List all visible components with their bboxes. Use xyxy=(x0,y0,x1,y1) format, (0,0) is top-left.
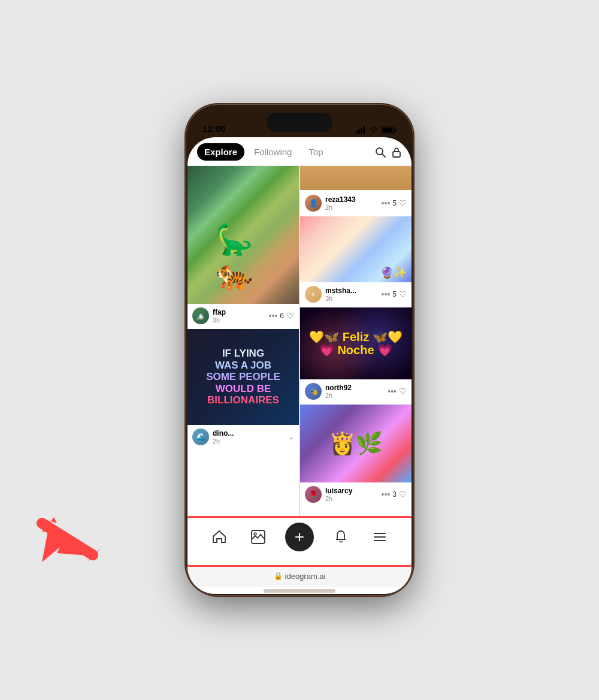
post-meta-luis: 🌹 luisarcy 2h ••• 3 ♡ xyxy=(300,482,412,506)
more-options-mst[interactable]: ••• xyxy=(382,289,391,299)
avatar-mst[interactable]: S xyxy=(305,286,322,303)
post-card-crystal: S mstsha... 3h ••• 5 ♡ xyxy=(300,216,412,306)
crystal-image[interactable] xyxy=(300,216,412,282)
browser-url: ideogram.ai xyxy=(285,572,326,581)
collapse-chevron[interactable]: ⌄ xyxy=(288,433,294,441)
feliz-text: 💛🦋 Feliz 🦋💛 💗 Noche 💗 xyxy=(309,330,403,357)
signal-icon xyxy=(356,126,366,134)
post-card-lying: IF LYINGWAS A JOBSOME PEOPLEWOULD BEBILL… xyxy=(187,329,299,449)
like-count-ffap: 6 xyxy=(280,312,284,320)
gallery-button[interactable] xyxy=(246,524,271,550)
woman-image[interactable] xyxy=(300,405,412,482)
svg-rect-8 xyxy=(395,129,397,132)
time-ffap: 3h xyxy=(213,316,265,324)
search-icon[interactable] xyxy=(374,146,386,158)
right-column: 👤 reza1343 2h ••• 5 ♡ xyxy=(300,166,412,517)
time-mst: 3h xyxy=(325,295,378,302)
text-post-lying[interactable]: IF LYINGWAS A JOBSOME PEOPLEWOULD BEBILL… xyxy=(187,329,299,425)
avatar-luis[interactable]: 🌹 xyxy=(305,486,322,503)
post-meta-mst: S mstsha... 3h ••• 5 ♡ xyxy=(300,282,412,306)
username-north: north92 xyxy=(325,384,384,392)
post-card-dino: 🏔️ ffap 3h ••• 6 ♡ xyxy=(187,166,299,328)
bell-icon xyxy=(333,529,349,545)
avatar-reza[interactable]: 👤 xyxy=(305,195,322,212)
dino-image[interactable] xyxy=(187,166,299,304)
meta-actions-luis: ••• 3 ♡ xyxy=(382,490,407,499)
more-options-reza[interactable]: ••• xyxy=(382,198,391,208)
meta-info-ffap: ffap 3h xyxy=(213,308,265,324)
time-luis: 2h xyxy=(325,495,378,502)
tab-following[interactable]: Following xyxy=(247,143,299,161)
scene: 12:00 xyxy=(0,0,599,700)
meta-info-mst: mstsha... 3h xyxy=(325,286,378,302)
status-icons xyxy=(356,126,397,134)
post-meta-dino2: 🌊 dino... 2h ⌄ xyxy=(187,425,299,449)
time-reza: 2h xyxy=(325,204,378,211)
heart-icon-reza[interactable]: ♡ xyxy=(399,198,407,208)
more-options-luis[interactable]: ••• xyxy=(382,490,391,499)
nav-icons xyxy=(374,146,402,158)
left-column: 🏔️ ffap 3h ••• 6 ♡ xyxy=(187,166,299,517)
time-north: 2h xyxy=(325,392,384,399)
heart-icon-mst[interactable]: ♡ xyxy=(399,289,407,299)
nav-tabs: Explore Following Top xyxy=(187,137,412,166)
home-indicator xyxy=(264,589,335,593)
svg-rect-4 xyxy=(361,128,362,134)
meta-info-luis: luisarcy 2h xyxy=(325,487,378,502)
more-options-north[interactable]: ••• xyxy=(388,387,397,396)
post-card-feliz: 💛🦋 Feliz 🦋💛 💗 Noche 💗 🎭 north92 2h xyxy=(300,307,412,403)
svg-rect-5 xyxy=(363,126,365,134)
browser-lock-icon: 🔒 xyxy=(274,572,283,580)
meta-actions-mst: ••• 5 ♡ xyxy=(382,289,407,299)
phone-shell: 12:00 xyxy=(186,104,413,596)
status-time: 12:00 xyxy=(202,123,225,134)
svg-rect-7 xyxy=(383,128,393,132)
post-meta-north: 🎭 north92 2h ••• ♡ xyxy=(300,379,412,403)
add-icon: + xyxy=(295,529,304,545)
lock-nav-icon[interactable] xyxy=(391,147,402,158)
meta-info-reza: reza1343 2h xyxy=(325,195,378,211)
post-card-woman: 🌹 luisarcy 2h ••• 3 ♡ xyxy=(300,405,412,506)
heart-icon-ffap[interactable]: ♡ xyxy=(286,311,294,321)
sandy-partial-image[interactable] xyxy=(300,166,412,190)
feliz-image[interactable]: 💛🦋 Feliz 🦋💛 💗 Noche 💗 xyxy=(300,307,412,379)
like-count-luis: 3 xyxy=(392,490,397,499)
add-button[interactable]: + xyxy=(285,523,314,551)
avatar-north[interactable]: 🎭 xyxy=(305,383,322,400)
home-button[interactable] xyxy=(207,524,232,550)
post-meta-ffap: 🏔️ ffap 3h ••• 6 ♡ xyxy=(187,304,299,328)
browser-bar: 🔒 ideogram.ai xyxy=(187,565,412,587)
avatar-ffap[interactable]: 🏔️ xyxy=(192,307,209,324)
username-mst: mstsha... xyxy=(325,286,378,295)
content-grid: 🏔️ ffap 3h ••• 6 ♡ xyxy=(187,166,412,517)
bottom-nav: + xyxy=(187,517,412,565)
heart-icon-north[interactable]: ♡ xyxy=(399,387,407,396)
svg-rect-3 xyxy=(358,129,360,134)
like-count-reza: 5 xyxy=(392,199,397,207)
meta-actions-dino2: ⌄ xyxy=(288,433,294,441)
menu-button[interactable] xyxy=(367,524,392,550)
battery-icon xyxy=(382,126,397,134)
svg-point-13 xyxy=(254,533,256,535)
svg-rect-2 xyxy=(356,131,358,134)
meta-info-dino2: dino... 2h xyxy=(213,429,285,445)
bell-button[interactable] xyxy=(328,524,353,550)
svg-rect-11 xyxy=(393,152,400,157)
heart-icon-luis[interactable]: ♡ xyxy=(399,490,407,499)
avatar-dino2[interactable]: 🌊 xyxy=(192,429,209,445)
tab-top[interactable]: Top xyxy=(301,143,330,161)
wifi-icon xyxy=(369,126,379,134)
dynamic-island xyxy=(267,113,332,132)
gallery-icon xyxy=(250,529,266,545)
menu-icon xyxy=(372,529,388,545)
username-dino2: dino... xyxy=(213,429,285,437)
more-options-ffap[interactable]: ••• xyxy=(269,311,278,321)
like-count-mst: 5 xyxy=(392,290,397,298)
meta-actions-north: ••• ♡ xyxy=(388,387,407,396)
tab-explore[interactable]: Explore xyxy=(197,143,244,161)
meta-actions-reza: ••• 5 ♡ xyxy=(382,198,407,208)
screen: Explore Following Top xyxy=(187,137,412,594)
username-luis: luisarcy xyxy=(325,487,378,495)
meta-info-north: north92 2h xyxy=(325,384,384,399)
time-dino2: 2h xyxy=(213,437,285,445)
